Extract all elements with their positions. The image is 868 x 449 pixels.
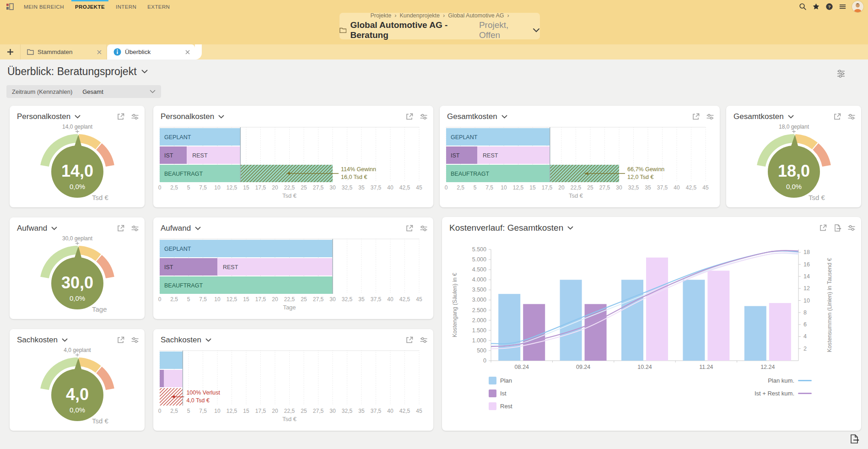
- tab-ueberblick[interactable]: Überblick: [107, 44, 195, 60]
- svg-text:17,5: 17,5: [255, 184, 266, 191]
- breadcrumb-item-global-automotive[interactable]: Global Automotive AG: [448, 12, 504, 19]
- x-axis-unit: Tage: [283, 304, 296, 311]
- breadcrumb-item-projekte[interactable]: Projekte: [370, 12, 391, 19]
- svg-text:40: 40: [387, 296, 394, 303]
- page-header: Überblick: Beratungsprojekt: [7, 65, 148, 78]
- open-in-new-icon[interactable]: [405, 113, 414, 121]
- svg-text:22,5: 22,5: [571, 184, 582, 191]
- svg-text:27,5: 27,5: [313, 184, 324, 191]
- card-personalkosten-bars: Personalkosten02,557,51012,51517,52022,5…: [153, 106, 433, 207]
- annotation-line1: 114% Gewinn: [341, 166, 376, 173]
- card-title-dropdown-icon[interactable]: [218, 115, 224, 119]
- card-title-dropdown-icon[interactable]: [195, 227, 201, 230]
- export-icon[interactable]: [833, 224, 841, 232]
- card-title: Kostenverlauf: Gesamtkosten: [449, 223, 563, 233]
- gauge-percent: 0,0%: [70, 294, 85, 302]
- nav-item-extern[interactable]: EXTERN: [142, 0, 175, 13]
- svg-text:0: 0: [158, 184, 162, 191]
- dashboard-settings-icon[interactable]: [836, 69, 846, 79]
- svg-text:37,5: 37,5: [371, 296, 382, 303]
- gauge-value: 14,0: [61, 162, 93, 180]
- chart-settings-icon[interactable]: [420, 113, 428, 121]
- open-in-new-icon[interactable]: [405, 224, 414, 233]
- open-in-new-icon[interactable]: [833, 113, 841, 121]
- tab-close-icon[interactable]: [185, 49, 190, 55]
- annotation-line1: 100% Verlust: [186, 389, 220, 396]
- legend-swatch: [489, 389, 496, 397]
- chart-settings-icon[interactable]: [131, 224, 139, 233]
- breadcrumb: Projekte › Kundenprojekte › Global Autom…: [370, 12, 509, 19]
- svg-text:25: 25: [301, 408, 307, 414]
- chart-settings-icon[interactable]: [131, 113, 139, 121]
- card-title-dropdown-icon[interactable]: [501, 115, 507, 119]
- card-title-dropdown-icon[interactable]: [62, 338, 68, 342]
- app-logo-icon[interactable]: [6, 3, 14, 10]
- legend-item-rest: Rest: [489, 402, 512, 410]
- search-icon[interactable]: [799, 3, 807, 11]
- svg-text:30,0 geplant: 30,0 geplant: [62, 235, 93, 242]
- svg-text:22,5: 22,5: [284, 296, 295, 303]
- svg-text:10.24: 10.24: [637, 364, 652, 370]
- menu-icon[interactable]: [839, 3, 846, 11]
- svg-text:7,5: 7,5: [199, 408, 207, 414]
- card-title-dropdown-icon[interactable]: [788, 115, 794, 119]
- tab-close-icon[interactable]: [97, 49, 102, 55]
- x-axis-unit: Tsd €: [282, 192, 297, 199]
- chevron-down-icon[interactable]: [533, 28, 540, 32]
- open-in-new-icon[interactable]: [117, 224, 125, 233]
- chart-settings-icon[interactable]: [420, 224, 428, 233]
- star-icon[interactable]: [812, 3, 820, 11]
- open-in-new-icon[interactable]: [117, 336, 125, 344]
- svg-text:5.500: 5.500: [472, 246, 486, 253]
- svg-text:32,5: 32,5: [342, 408, 353, 414]
- export-page-icon[interactable]: [849, 433, 860, 444]
- svg-text:15: 15: [529, 184, 536, 191]
- svg-text:11.24: 11.24: [699, 364, 713, 370]
- svg-text:12,5: 12,5: [513, 184, 524, 191]
- open-in-new-icon[interactable]: [692, 113, 700, 121]
- chart-settings-icon[interactable]: [131, 336, 139, 344]
- nav-item-projekte[interactable]: PROJEKTE: [70, 0, 110, 13]
- card-title-dropdown-icon[interactable]: [75, 115, 81, 119]
- svg-text:REST: REST: [223, 264, 238, 270]
- tab-stammdaten[interactable]: Stammdaten: [20, 44, 107, 60]
- card-title-dropdown-icon[interactable]: [567, 226, 573, 230]
- card-title-dropdown-icon[interactable]: [51, 227, 57, 230]
- card-header: Sachkosten: [161, 334, 428, 346]
- card-title-dropdown-icon[interactable]: [205, 338, 211, 342]
- legend-label: Plan kum.: [768, 377, 794, 384]
- chart-settings-icon[interactable]: [847, 224, 856, 232]
- svg-text:42,5: 42,5: [399, 296, 410, 303]
- card-personalkosten-gauge: Personalkosten14,0 geplant14,00,0%Tsd €: [10, 106, 145, 207]
- svg-text:42,5: 42,5: [399, 408, 410, 414]
- nav-item-intern[interactable]: INTERN: [110, 0, 142, 13]
- svg-text:25: 25: [301, 296, 307, 303]
- period-filter[interactable]: Zeitraum (Kennzahlen) Gesamt: [6, 85, 161, 98]
- svg-text:BEAUFTRAGT: BEAUFTRAGT: [164, 282, 203, 289]
- chart-settings-icon[interactable]: [706, 113, 714, 121]
- application-window: MEIN BEREICH PROJEKTE INTERN EXTERN ?: [0, 0, 868, 449]
- help-icon[interactable]: ?: [825, 3, 833, 11]
- svg-text:14,0 geplant: 14,0 geplant: [62, 124, 93, 130]
- bar-geplant: [160, 352, 183, 369]
- main-nav: MEIN BEREICH PROJEKTE INTERN EXTERN: [6, 0, 175, 13]
- legend-swatch: [489, 402, 496, 410]
- nav-item-mein-bereich[interactable]: MEIN BEREICH: [18, 0, 70, 13]
- svg-text:37,5: 37,5: [371, 408, 382, 414]
- open-in-new-icon[interactable]: [405, 336, 414, 344]
- svg-text:20: 20: [558, 184, 565, 191]
- project-title: Global Automotive AG - Beratung: [350, 20, 475, 40]
- open-in-new-icon[interactable]: [117, 113, 125, 121]
- card-title: Gesamtkosten: [447, 112, 497, 121]
- breadcrumb-item-kundenprojekte[interactable]: Kundenprojekte: [399, 12, 440, 19]
- add-tab-button[interactable]: [0, 44, 20, 60]
- open-in-new-icon[interactable]: [819, 224, 827, 232]
- avatar[interactable]: [852, 1, 863, 12]
- svg-text:500: 500: [477, 347, 486, 354]
- svg-text:16: 16: [803, 261, 810, 268]
- chevron-down-icon[interactable]: [141, 70, 148, 74]
- svg-text:10: 10: [214, 184, 221, 191]
- chart-settings-icon[interactable]: [420, 336, 428, 344]
- chart-settings-icon[interactable]: [847, 113, 856, 121]
- svg-text:32,5: 32,5: [342, 184, 353, 191]
